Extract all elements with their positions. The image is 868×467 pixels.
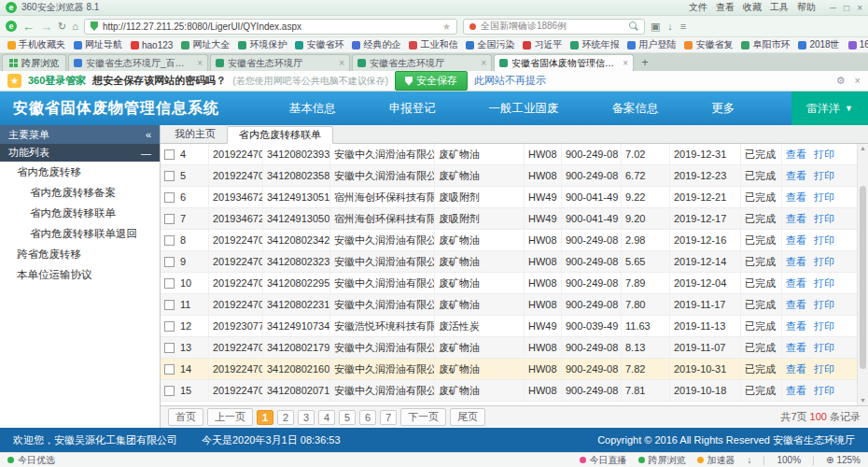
tab-close-icon[interactable]: × <box>481 58 486 68</box>
row-checkbox[interactable] <box>164 171 175 181</box>
row-checkbox[interactable] <box>164 235 175 246</box>
sidebar-item[interactable]: 省内危废转移 <box>0 162 160 182</box>
bookmark-item[interactable]: 网址大全 <box>181 38 230 51</box>
user-menu[interactable]: 雷洋洋 ▼ <box>791 92 868 125</box>
browser-menu-item[interactable]: 查看 <box>716 1 735 14</box>
downloads-icon[interactable]: ↓ <box>667 21 673 32</box>
section-collapse-icon[interactable]: — <box>141 148 151 159</box>
new-tab-button[interactable]: + <box>636 56 654 71</box>
dismiss-site-link[interactable]: 此网站不再提示 <box>474 74 546 88</box>
print-link[interactable]: 打印 <box>814 148 834 162</box>
status-item[interactable]: 今日直播 <box>580 454 626 467</box>
tab-close-icon[interactable]: × <box>197 58 203 68</box>
bookmark-item[interactable]: 16年环 <box>848 38 868 51</box>
bookmark-item[interactable]: 环统年报 <box>570 38 619 51</box>
bookmark-item[interactable]: 用户登陆 <box>627 38 676 51</box>
tab-close-icon[interactable]: × <box>339 58 344 68</box>
app-nav-item[interactable]: 备案信息 <box>606 101 664 117</box>
view-link[interactable]: 查看 <box>786 341 806 355</box>
app-nav-item[interactable]: 基本信息 <box>284 101 342 117</box>
content-tab[interactable]: 我的主页 <box>163 125 227 143</box>
sidebar-item[interactable]: 省内危废转移联单退回 <box>0 223 160 244</box>
bookmark-item[interactable]: 2018世 <box>798 38 839 51</box>
bookmark-item[interactable]: hao123 <box>131 40 173 50</box>
main-menu-icon[interactable]: ≡ <box>680 21 686 32</box>
close-button[interactable]: × <box>857 3 862 13</box>
page-number-button[interactable]: 2 <box>277 410 294 425</box>
app-nav-item[interactable]: 一般工业固废 <box>483 101 565 117</box>
row-checkbox[interactable] <box>164 321 175 332</box>
browser-tab[interactable]: 安徽省生态环境厅 × <box>210 54 350 71</box>
page-next-button[interactable]: 下一页 <box>400 408 446 426</box>
table-row[interactable]: 4 201922470 34120802393 安徽中久润滑油有限公... 废矿… <box>161 144 857 165</box>
table-row[interactable]: 10 201922470 34120802295 安徽中久润滑油有限公... 废… <box>161 273 857 294</box>
print-link[interactable]: 打印 <box>814 191 834 205</box>
view-link[interactable]: 查看 <box>786 169 806 183</box>
page-last-button[interactable]: 尾页 <box>450 408 485 426</box>
table-row[interactable]: 15 201922470 34120802071 安徽中久润滑油有限公... 废… <box>161 380 857 402</box>
table-row[interactable]: 8 201922470 34120802342 安徽中久润滑油有限公... 废矿… <box>161 230 857 251</box>
network-speed[interactable]: 100% <box>777 455 801 465</box>
print-link[interactable]: 打印 <box>814 276 834 290</box>
favorite-star-icon[interactable]: ★ <box>442 21 451 32</box>
table-row[interactable]: 5 201922470 34120802358 安徽中久润滑油有限公... 废矿… <box>161 165 857 187</box>
view-link[interactable]: 查看 <box>786 212 806 226</box>
refresh-icon[interactable]: ↻ <box>58 21 66 33</box>
view-link[interactable]: 查看 <box>786 255 806 269</box>
multiview-button[interactable]: 跨屏浏览 <box>2 54 66 71</box>
browser-tab[interactable]: 安徽省生态环境厅_百度搜索 × <box>68 54 208 71</box>
sidebar-collapse-icon[interactable]: « <box>146 129 151 140</box>
table-row[interactable]: 13 201922470 34120802179 安徽中久润滑油有限公... 废… <box>161 337 857 359</box>
page-number-button[interactable]: 3 <box>298 410 315 425</box>
bookmark-item[interactable]: 习近平 <box>523 38 562 51</box>
print-link[interactable]: 打印 <box>814 362 834 376</box>
bookmark-item[interactable]: 阜阳市环 <box>741 38 790 51</box>
row-checkbox[interactable] <box>164 300 175 310</box>
view-link[interactable]: 查看 <box>786 384 806 398</box>
row-checkbox[interactable] <box>164 149 175 160</box>
sidebar-item[interactable]: 省内危废转移备案 <box>0 182 160 203</box>
sidebar-section-header[interactable]: 功能列表 — <box>0 144 160 162</box>
view-link[interactable]: 查看 <box>786 148 806 162</box>
zoom-control[interactable]: ⊕ 125% <box>826 455 861 465</box>
download-manager-icon[interactable]: ↓ <box>747 455 751 465</box>
sidebar-item[interactable]: 跨省危废转移 <box>0 244 160 264</box>
page-number-button[interactable]: 4 <box>318 410 335 425</box>
forward-icon[interactable]: → <box>40 21 52 33</box>
print-link[interactable]: 打印 <box>814 255 834 269</box>
url-input[interactable]: http://112.27.211.25:8080/LigerUI/QYInde… <box>84 19 457 35</box>
bookmark-item[interactable]: 手机收藏夹 <box>7 38 65 51</box>
print-link[interactable]: 打印 <box>814 341 834 355</box>
row-checkbox[interactable] <box>164 386 175 396</box>
print-link[interactable]: 打印 <box>814 234 834 248</box>
bookmark-item[interactable]: 全国污染 <box>466 38 514 51</box>
page-number-button[interactable]: 1 <box>257 410 273 425</box>
screenshot-icon[interactable]: ▣ <box>651 21 660 33</box>
sidebar-item[interactable]: 省内危废转移联单 <box>0 203 160 223</box>
browser-menu-item[interactable]: 文件 <box>689 1 707 14</box>
row-checkbox[interactable] <box>164 364 175 375</box>
status-item[interactable]: 跨屏浏览 <box>638 454 685 467</box>
scroll-up-icon[interactable]: ▲ <box>858 144 868 153</box>
print-link[interactable]: 打印 <box>814 298 834 312</box>
tab-close-icon[interactable]: × <box>623 58 628 68</box>
page-first-button[interactable]: 首页 <box>168 408 203 426</box>
bookmark-item[interactable]: 环境保护 <box>238 38 287 51</box>
table-row[interactable]: 7 201934672 34124913050 宿州海创环保科技有限... 废吸… <box>161 208 857 230</box>
minimize-button[interactable]: ─ <box>830 3 836 13</box>
bookmark-item[interactable]: 安徽省环 <box>295 38 343 51</box>
bookmark-item[interactable]: 网址导航 <box>74 38 122 51</box>
browser-menu-item[interactable]: 收藏 <box>743 1 762 14</box>
print-link[interactable]: 打印 <box>814 212 834 226</box>
browser-tab[interactable]: 安徽省生态环境厅 × <box>352 54 492 71</box>
view-link[interactable]: 查看 <box>786 298 806 312</box>
row-checkbox[interactable] <box>164 192 175 203</box>
maximize-button[interactable]: □ <box>844 3 849 13</box>
page-number-button[interactable]: 5 <box>339 410 356 425</box>
view-link[interactable]: 查看 <box>786 319 806 333</box>
browser-menu-item[interactable]: 帮助 <box>797 1 816 14</box>
table-row[interactable]: 14 201922470 34120802160 安徽中久润滑油有限公... 废… <box>161 359 857 380</box>
view-link[interactable]: 查看 <box>786 234 806 248</box>
view-link[interactable]: 查看 <box>786 191 806 205</box>
page-prev-button[interactable]: 上一页 <box>207 408 253 426</box>
